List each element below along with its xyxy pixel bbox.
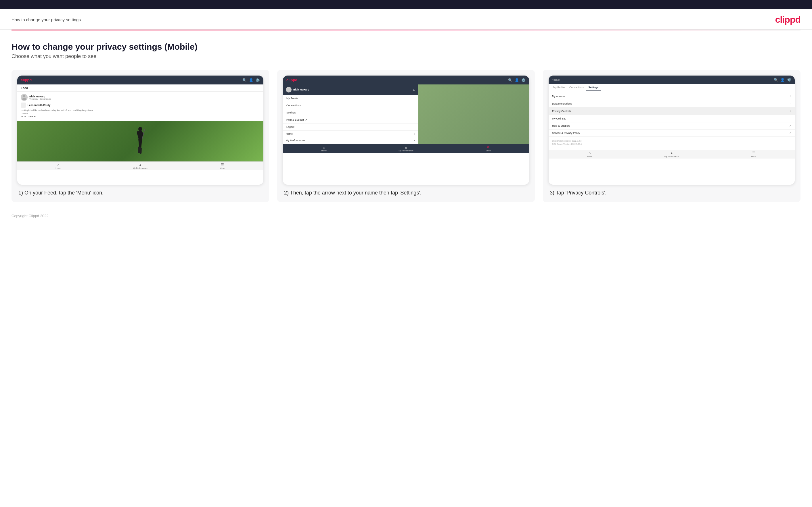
menu-label-2: Menu: [486, 150, 491, 152]
svg-point-2: [138, 127, 142, 131]
page-title: How to change your privacy settings (Mob…: [11, 42, 801, 52]
post-subtitle: Yesterday · Sunningdale: [29, 98, 51, 100]
phone2-content: Blair McHarg ▲ My Profile Connections Se…: [283, 84, 529, 144]
phone1-icons: 🔍 👤 ⚙️: [242, 78, 260, 82]
performance-label-2: My Performance: [399, 150, 413, 152]
settings-icon-2: ⚙️: [521, 78, 525, 82]
settings-icon: ⚙️: [256, 78, 260, 82]
post-user-row: Blair McHarg Yesterday · Sunningdale: [21, 94, 260, 101]
duration-label: Duration: [21, 113, 260, 115]
step-3-card: < Back 🔍 👤 ⚙️ My Profile Connections Set…: [543, 70, 801, 202]
phone1-header: clippd 🔍 👤 ⚙️: [17, 75, 263, 84]
nav3-performance: ▲ My Performance: [630, 151, 712, 157]
home-icon-2: ⌂: [323, 145, 325, 149]
nav-performance: ▲ My Performance: [99, 163, 181, 169]
step-1-card: clippd 🔍 👤 ⚙️ Feed: [11, 70, 269, 202]
settings-item-my-account[interactable]: My Account ›: [549, 93, 795, 100]
tab-connections[interactable]: Connections: [567, 84, 586, 91]
settings-icon-3: ⚙️: [787, 78, 791, 82]
menu-item-connections[interactable]: Connections: [283, 102, 418, 109]
feed-post: Blair McHarg Yesterday · Sunningdale Les…: [17, 92, 263, 121]
search-icon-2: 🔍: [508, 78, 512, 82]
menu-section-home[interactable]: Home ▾: [283, 131, 418, 137]
nav2-performance: ▲ My Performance: [365, 145, 447, 152]
my-account-label: My Account: [552, 95, 566, 98]
nav-menu[interactable]: ☰ Menu: [182, 163, 263, 169]
settings-version: Clippd Client Version: 2022.8.3-3 GQL Se…: [549, 137, 795, 149]
chevron-right-icon-2: ›: [791, 102, 791, 105]
chevron-down-icon: ▾: [414, 133, 415, 135]
lesson-icon: [21, 103, 26, 108]
nav3-home: ⌂ Home: [549, 151, 630, 157]
steps-container: clippd 🔍 👤 ⚙️ Feed: [11, 70, 801, 202]
menu-item-help[interactable]: Help & Support ↗: [283, 116, 418, 123]
performance-label: My Performance: [133, 167, 148, 169]
duration-value: 01 hr : 30 min: [21, 115, 260, 118]
copyright: Copyright Clippd 2022: [11, 214, 49, 218]
step-3-description: 3) Tap 'Privacy Controls'.: [549, 189, 795, 196]
menu-item-profile[interactable]: My Profile: [283, 95, 418, 102]
phone-1-mockup: clippd 🔍 👤 ⚙️ Feed: [17, 75, 263, 185]
menu-label: Menu: [220, 167, 225, 169]
footer: Copyright Clippd 2022: [0, 208, 812, 227]
tab-my-profile[interactable]: My Profile: [551, 84, 567, 91]
menu-user-left: Blair McHarg: [286, 87, 309, 93]
top-bar: [0, 0, 812, 9]
data-integrations-label: Data Integrations: [552, 102, 572, 105]
performance-icon-2: ▲: [404, 145, 408, 149]
phone3-header: < Back 🔍 👤 ⚙️: [549, 75, 795, 84]
post-user-info: Blair McHarg Yesterday · Sunningdale: [29, 95, 51, 100]
back-button[interactable]: < Back: [552, 78, 560, 81]
chevron-right-icon-4: ›: [791, 117, 791, 120]
chevron-right-icon: ›: [791, 95, 791, 98]
lesson-title: Lesson with Fordy: [28, 104, 51, 107]
header: How to change your privacy settings clip…: [0, 9, 812, 30]
tab-settings[interactable]: Settings: [586, 84, 601, 91]
performance-icon-3: ▲: [670, 151, 673, 155]
nav2-home: ⌂ Home: [283, 145, 365, 152]
menu-label-3: Menu: [751, 155, 757, 157]
settings-list: My Account › Data Integrations › Privacy…: [549, 91, 795, 150]
step-1-description: 1) On your Feed, tap the 'Menu' icon.: [17, 189, 263, 196]
close-icon: ✕: [487, 145, 490, 149]
home-label: Home: [55, 167, 61, 169]
menu-overlay: Blair McHarg ▲ My Profile Connections Se…: [283, 84, 418, 144]
menu-item-logout[interactable]: Logout: [283, 123, 418, 131]
version-line-2: GQL Server Version: 2022.7.30-1: [552, 143, 791, 146]
external-link-icon-2: ↗: [789, 132, 791, 134]
performance-icon: ▲: [139, 163, 142, 167]
settings-item-data-integrations[interactable]: Data Integrations ›: [549, 100, 795, 107]
logo: clippd: [775, 14, 801, 25]
menu-item-settings[interactable]: Settings: [283, 109, 418, 116]
phone3-icons: 🔍 👤 ⚙️: [774, 78, 791, 82]
step-2-description: 2) Then, tap the arrow next to your name…: [283, 189, 529, 196]
performance-label-3: My Performance: [664, 155, 679, 157]
phone3-tabs: My Profile Connections Settings: [549, 84, 795, 91]
feed-background: [418, 84, 529, 144]
post-username: Blair McHarg: [29, 95, 51, 98]
search-icon: 🔍: [242, 78, 247, 82]
golf-image: [17, 121, 263, 161]
search-icon-3: 🔍: [774, 78, 778, 82]
settings-item-help[interactable]: Help & Support ↗: [549, 122, 795, 129]
settings-item-privacy-policy[interactable]: Service & Privacy Policy ↗: [549, 129, 795, 137]
page-subtitle: Choose what you want people to see: [11, 53, 801, 59]
help-support-label: Help & Support: [552, 124, 570, 127]
menu-user-row[interactable]: Blair McHarg ▲: [283, 84, 418, 95]
phone-3-mockup: < Back 🔍 👤 ⚙️ My Profile Connections Set…: [549, 75, 795, 185]
nav2-menu[interactable]: ✕ Menu: [447, 145, 529, 152]
my-golf-bag-label: My Golf Bag: [552, 117, 566, 120]
privacy-policy-label: Service & Privacy Policy: [552, 131, 580, 134]
menu-section-performance[interactable]: My Performance ▾: [283, 137, 418, 144]
main-content: How to change your privacy settings (Mob…: [0, 31, 812, 208]
nav3-menu[interactable]: ☰ Menu: [713, 151, 795, 157]
menu-avatar: [286, 87, 292, 93]
settings-item-my-golf-bag[interactable]: My Golf Bag ›: [549, 115, 795, 122]
phone2-logo: clippd: [287, 78, 297, 82]
svg-rect-9: [140, 147, 142, 154]
home-label-3: Home: [587, 155, 592, 157]
svg-point-1: [22, 98, 26, 100]
chevron-right-icon-3: ›: [791, 109, 791, 113]
settings-item-privacy-controls[interactable]: Privacy Controls ›: [549, 107, 795, 115]
chevron-up-icon: ▲: [413, 88, 415, 91]
